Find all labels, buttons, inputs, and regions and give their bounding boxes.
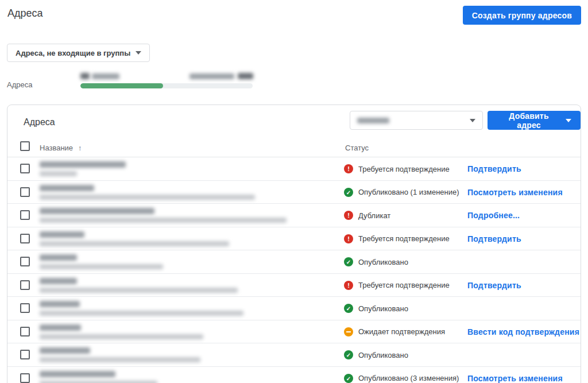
redacted-count-text xyxy=(92,73,119,79)
table-row: Опубликовано xyxy=(7,343,581,367)
name-cell xyxy=(40,208,287,223)
redacted-address xyxy=(40,288,238,293)
redacted-address xyxy=(40,381,157,383)
published-check-icon xyxy=(344,257,353,266)
redacted-business-name xyxy=(40,161,126,168)
redacted-business-name xyxy=(40,231,84,238)
name-cell xyxy=(40,347,200,362)
name-header-label: Название xyxy=(40,144,73,152)
table-row: Опубликовано xyxy=(7,250,581,274)
status-cell: Опубликовано xyxy=(344,297,408,320)
row-action-link[interactable]: Подтвердить xyxy=(467,227,521,250)
table-row: Опубликовано (3 изменения) Посмотреть из… xyxy=(7,367,581,383)
status-label: Требуется подтверждение xyxy=(358,234,450,243)
table-body: Требуется подтверждение Подтвердить Опуб… xyxy=(7,157,581,383)
row-action-link[interactable]: Подтвердить xyxy=(467,274,521,297)
redacted-count-badge xyxy=(80,73,90,79)
card-title: Адреса xyxy=(24,117,55,127)
address-group-select[interactable] xyxy=(350,111,483,130)
status-cell: Требуется подтверждение xyxy=(344,157,450,180)
table-row: Требуется подтверждение Подтвердить xyxy=(7,227,581,251)
status-cell: Опубликовано xyxy=(344,343,408,366)
redacted-published-text xyxy=(189,73,234,79)
table-row: Требуется подтверждение Подтвердить xyxy=(7,157,581,181)
row-checkbox[interactable] xyxy=(20,350,30,359)
create-address-group-button[interactable]: Создать группу адресов xyxy=(463,6,581,25)
redacted-address xyxy=(40,171,77,176)
redacted-select-value xyxy=(357,118,389,123)
name-cell xyxy=(40,254,163,269)
page-title: Адреса xyxy=(7,7,43,20)
published-progress-bar xyxy=(80,83,253,88)
redacted-business-name xyxy=(40,324,81,331)
group-filter-label: Адреса, не входящие в группы xyxy=(16,49,130,57)
add-address-button[interactable]: Добавить адрес xyxy=(488,111,581,130)
row-action-link[interactable]: Ввести код подтверждения xyxy=(467,320,579,343)
redacted-business-name xyxy=(40,185,94,191)
table-row: Требуется подтверждение Подтвердить xyxy=(7,274,581,297)
published-check-icon xyxy=(344,350,353,359)
row-checkbox[interactable] xyxy=(20,257,30,266)
pending-dash-icon xyxy=(344,327,353,336)
redacted-address xyxy=(40,334,203,339)
status-label: Ожидает подтверждения xyxy=(358,327,445,336)
name-cell xyxy=(40,371,157,383)
published-progress-fill xyxy=(80,83,163,88)
redacted-business-name xyxy=(40,347,90,354)
redacted-address xyxy=(40,195,255,200)
table-row: Дубликат Подробнее... xyxy=(7,204,581,227)
select-all-checkbox[interactable] xyxy=(20,141,30,151)
status-cell: Дубликат xyxy=(344,204,390,227)
name-cell xyxy=(40,278,238,293)
table-row: Ожидает подтверждения Ввести код подтвер… xyxy=(7,320,581,344)
row-action-link[interactable]: Подтвердить xyxy=(467,157,521,180)
status-label: Опубликовано (1 изменение) xyxy=(358,188,459,196)
row-checkbox[interactable] xyxy=(20,327,30,336)
group-filter-dropdown[interactable]: Адреса, не входящие в группы xyxy=(7,44,150,62)
row-action-link[interactable]: Посмотреть изменения xyxy=(467,367,563,383)
name-cell xyxy=(40,185,255,200)
add-address-label: Добавить адрес xyxy=(497,111,561,130)
row-action-link[interactable]: Посмотреть изменения xyxy=(467,181,563,204)
addresses-card: Адреса Добавить адрес Название↑ Статус Т… xyxy=(7,105,581,383)
row-checkbox[interactable] xyxy=(20,234,30,243)
name-cell xyxy=(40,161,126,176)
error-exclamation-icon xyxy=(344,211,353,220)
published-check-icon xyxy=(344,188,353,197)
chevron-down-icon xyxy=(470,119,475,122)
row-action-link[interactable]: Подробнее... xyxy=(467,204,520,227)
sort-ascending-icon: ↑ xyxy=(78,144,82,152)
name-cell xyxy=(40,324,203,339)
status-label: Дубликат xyxy=(358,211,390,220)
name-cell xyxy=(40,231,229,246)
create-address-group-label: Создать группу адресов xyxy=(472,11,572,20)
column-header-name[interactable]: Название↑ xyxy=(40,144,82,152)
row-checkbox[interactable] xyxy=(20,187,30,197)
status-label: Опубликовано (3 изменения) xyxy=(358,374,459,382)
status-label: Требуется подтверждение xyxy=(358,281,450,289)
error-exclamation-icon xyxy=(344,281,353,290)
error-exclamation-icon xyxy=(344,234,353,243)
status-cell: Опубликовано (1 изменение) xyxy=(344,181,459,204)
status-cell: Опубликовано xyxy=(344,250,408,273)
redacted-business-name xyxy=(40,301,80,307)
row-checkbox[interactable] xyxy=(20,373,30,383)
row-checkbox[interactable] xyxy=(20,164,30,173)
summary-label: Адреса xyxy=(7,80,32,89)
row-checkbox[interactable] xyxy=(20,280,30,290)
row-checkbox[interactable] xyxy=(20,210,30,220)
redacted-business-name xyxy=(40,208,154,214)
table-row: Опубликовано (1 изменение) Посмотреть из… xyxy=(7,181,581,204)
published-check-icon xyxy=(344,374,353,383)
row-checkbox[interactable] xyxy=(20,303,30,313)
summary-redacted-stats xyxy=(80,72,253,80)
status-cell: Требуется подтверждение xyxy=(344,274,450,297)
locations-page: Адреса Создать группу адресов Адреса, не… xyxy=(0,0,588,383)
redacted-business-name xyxy=(40,278,77,284)
published-check-icon xyxy=(344,304,353,313)
name-cell xyxy=(40,301,243,316)
table-row: Опубликовано xyxy=(7,297,581,320)
redacted-address xyxy=(40,218,287,223)
status-label: Требуется подтверждение xyxy=(358,165,450,173)
status-label: Опубликовано xyxy=(358,304,408,313)
